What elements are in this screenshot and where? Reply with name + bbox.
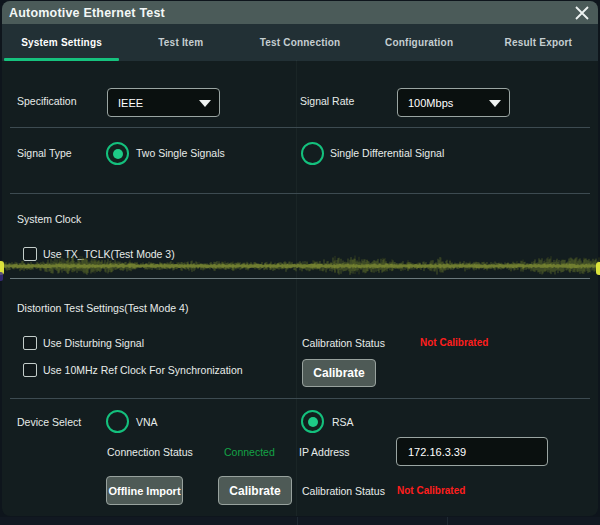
channel2-marker-icon: [0, 272, 3, 281]
signal-type-label: Signal Type: [17, 146, 72, 160]
ip-address-value: 172.16.3.39: [408, 446, 466, 458]
separator: [10, 127, 590, 128]
use-tx-tclk-label: Use TX_TCLK(Test Mode 3): [43, 247, 175, 261]
specification-label: Specification: [17, 94, 77, 108]
signal-rate-label: Signal Rate: [300, 94, 354, 108]
separator: [10, 278, 590, 279]
radio-rsa[interactable]: [301, 410, 324, 433]
use-disturbing-signal-checkbox[interactable]: [23, 336, 37, 350]
radio-single-differential-signal[interactable]: [301, 142, 324, 165]
device-calibrate-button[interactable]: Calibrate: [218, 476, 292, 505]
system-clock-title: System Clock: [17, 212, 81, 226]
rsa-label: RSA: [332, 415, 354, 429]
screen-bottom-strip: [0, 517, 600, 525]
separator: [10, 193, 590, 194]
device-calibration-status-label: Calibration Status: [302, 484, 385, 498]
device-calibration-status-value: Not Calibrated: [397, 484, 465, 498]
vna-label: VNA: [136, 415, 158, 429]
use-disturbing-signal-label: Use Disturbing Signal: [43, 336, 144, 350]
connection-status-label: Connection Status: [107, 445, 193, 459]
distortion-calibration-status-value: Not Calibrated: [420, 336, 488, 350]
signal-rate-value: 100Mbps: [408, 97, 453, 109]
specification-value: IEEE: [118, 97, 143, 109]
chevron-down-icon: [199, 100, 211, 107]
ip-address-input[interactable]: 172.16.3.39: [396, 437, 548, 466]
radio-two-single-signals[interactable]: [106, 142, 129, 165]
ip-address-label: IP Address: [299, 445, 350, 459]
use-10mhz-ref-clock-checkbox[interactable]: [23, 363, 37, 377]
graticule-vline: [296, 60, 297, 516]
chevron-down-icon: [489, 100, 501, 107]
oscilloscope-screen: Automotive Ethernet Test System Settings…: [0, 0, 600, 525]
radio-vna[interactable]: [106, 410, 129, 433]
connection-status-value: Connected: [224, 445, 275, 459]
automotive-ethernet-test-dialog: Automotive Ethernet Test System Settings…: [2, 1, 598, 516]
single-differential-signal-label: Single Differential Signal: [330, 146, 444, 160]
specification-dropdown[interactable]: IEEE: [107, 88, 220, 117]
use-10mhz-ref-clock-label: Use 10MHz Ref Clock For Synchronization: [43, 363, 243, 377]
distortion-calibrate-button[interactable]: Calibrate: [302, 359, 376, 387]
bottom-strip-divider: [297, 517, 298, 525]
separator: [10, 398, 590, 399]
bottom-strip-divider: [447, 517, 448, 525]
distortion-title: Distortion Test Settings(Test Mode 4): [17, 301, 188, 315]
device-select-label: Device Select: [17, 415, 81, 429]
two-single-signals-label: Two Single Signals: [136, 146, 225, 160]
dialog-content: Specification IEEE Signal Rate 100Mbps S…: [2, 1, 598, 516]
distortion-calibration-status-label: Calibration Status: [302, 336, 385, 350]
signal-rate-dropdown[interactable]: 100Mbps: [397, 88, 510, 117]
offline-import-button[interactable]: Offline Import: [106, 476, 183, 505]
use-tx-tclk-checkbox[interactable]: [23, 247, 37, 261]
trigger-level-marker-icon: [596, 262, 600, 275]
